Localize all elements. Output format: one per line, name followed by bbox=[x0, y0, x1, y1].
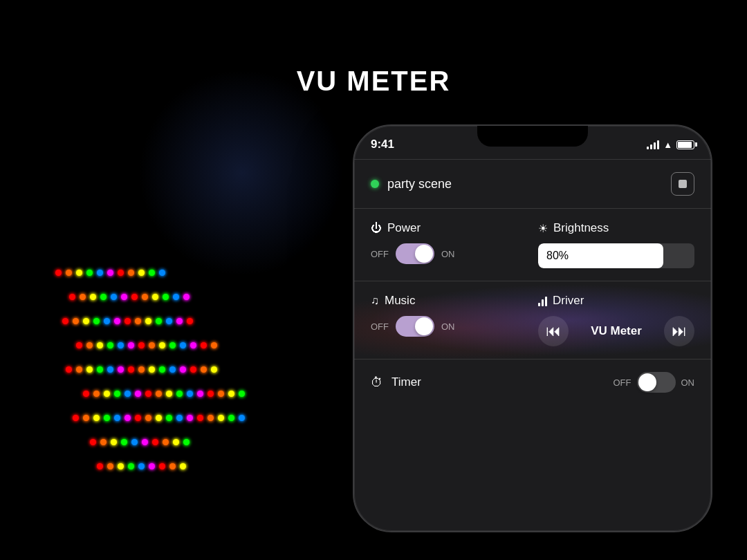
led-strip bbox=[97, 463, 186, 469]
power-icon: ⏻ bbox=[371, 222, 382, 234]
scene-row: party scene bbox=[354, 160, 711, 208]
brightness-value: 80% bbox=[546, 250, 569, 262]
brightness-icon: ☀ bbox=[538, 222, 548, 235]
led-strip bbox=[83, 391, 245, 397]
page-title: VU METER bbox=[0, 66, 747, 97]
led-strip bbox=[73, 415, 245, 421]
led-strip bbox=[66, 366, 217, 373]
driver-prev-button[interactable]: ⏮ bbox=[538, 316, 569, 346]
phone-screen: 9:41 ▲ party scene bbox=[353, 124, 712, 532]
timer-icon: ⏱ bbox=[371, 375, 383, 390]
music-off-label: OFF bbox=[371, 321, 389, 332]
led-strip bbox=[76, 342, 217, 348]
driver-current-name: VU Meter bbox=[591, 324, 642, 338]
music-label: Music bbox=[385, 294, 415, 308]
power-toggle[interactable] bbox=[396, 243, 434, 264]
wifi-icon: ▲ bbox=[663, 140, 672, 150]
power-label: Power bbox=[387, 221, 421, 235]
status-icons: ▲ bbox=[647, 140, 694, 150]
music-on-label: ON bbox=[441, 321, 455, 332]
prev-icon: ⏮ bbox=[546, 322, 561, 340]
driver-next-button[interactable]: ⏭ bbox=[664, 316, 694, 346]
next-icon: ⏭ bbox=[672, 322, 687, 340]
power-off-label: OFF bbox=[371, 249, 389, 259]
phone-mockup: 9:41 ▲ party scene bbox=[353, 124, 712, 532]
music-toggle[interactable] bbox=[396, 316, 434, 337]
timer-off-label: OFF bbox=[614, 377, 631, 388]
music-icon: ♫ bbox=[371, 295, 379, 307]
stop-icon bbox=[679, 180, 687, 188]
music-control: ♫ Music OFF ON bbox=[371, 294, 527, 346]
timer-on-label: ON bbox=[681, 377, 695, 388]
timer-section: ⏱ Timer OFF ON bbox=[354, 360, 711, 405]
led-strip bbox=[62, 318, 193, 324]
driver-icon bbox=[538, 295, 547, 306]
scene-name: party scene bbox=[387, 177, 452, 192]
power-brightness-section: ⏻ Power OFF ON ☀ Brightness bbox=[354, 209, 711, 281]
signal-icon bbox=[647, 140, 659, 149]
timer-toggle[interactable] bbox=[637, 372, 676, 393]
driver-label: Driver bbox=[553, 294, 584, 308]
led-strip bbox=[90, 439, 190, 445]
led-strips-decoration bbox=[55, 270, 346, 505]
brightness-slider-track[interactable]: 80% bbox=[538, 243, 694, 268]
led-strip bbox=[55, 270, 165, 276]
power-control: ⏻ Power OFF ON bbox=[371, 221, 527, 268]
status-time: 9:41 bbox=[371, 138, 394, 151]
power-on-label: ON bbox=[441, 249, 455, 259]
stop-button[interactable] bbox=[671, 172, 694, 196]
timer-label: Timer bbox=[391, 375, 421, 389]
music-driver-section: ♫ Music OFF ON bbox=[354, 281, 711, 359]
driver-control: Driver ⏮ VU Meter ⏭ bbox=[538, 294, 694, 346]
led-strip bbox=[69, 294, 190, 300]
brightness-control: ☀ Brightness 80% bbox=[538, 221, 694, 268]
battery-icon bbox=[676, 140, 694, 149]
active-indicator bbox=[371, 180, 379, 188]
brightness-label: Brightness bbox=[553, 221, 609, 235]
status-bar: 9:41 ▲ bbox=[354, 126, 711, 159]
